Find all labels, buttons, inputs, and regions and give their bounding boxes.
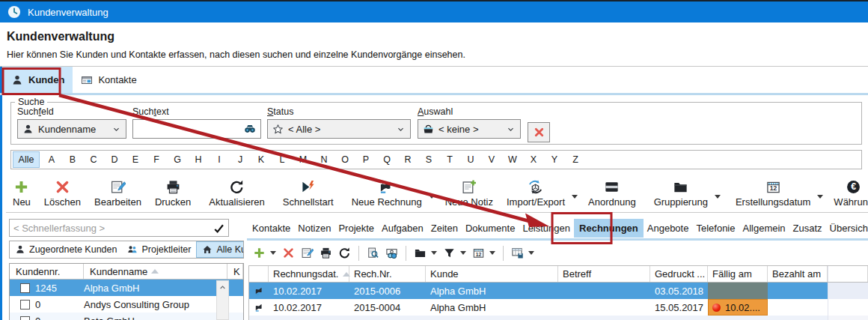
column-header-kundennr[interactable]: Kundennr. xyxy=(10,264,84,279)
customer-row[interactable]: 0Beta GmbH xyxy=(10,313,243,320)
detail-tab-notizen[interactable]: Notizen xyxy=(294,219,334,238)
new-button[interactable] xyxy=(253,247,266,259)
detail-tab-rechnungen[interactable]: Rechnungen xyxy=(574,219,644,238)
column-header-kunde[interactable]: Kunde xyxy=(426,266,558,282)
new-button[interactable]: Neu xyxy=(6,175,37,212)
scroll-up-button[interactable] xyxy=(217,281,228,293)
alpha-filter-f[interactable]: F xyxy=(146,152,167,167)
alpha-filter-c[interactable]: C xyxy=(83,152,104,167)
column-header-fällig-am[interactable]: Fällig am xyxy=(708,266,768,282)
customer-list-tab-projektleiter[interactable]: Projektleiter xyxy=(122,241,196,258)
detail-tab-leistungen[interactable]: Leistungen xyxy=(519,219,574,238)
grouping-button[interactable]: Gruppierung xyxy=(647,175,715,212)
detail-tab-aufgaben[interactable]: Aufgaben xyxy=(378,219,427,238)
creation-date-button[interactable]: 12Erstellungsdatum xyxy=(729,175,817,212)
column-header-bezahlt-am[interactable]: Bezahlt am xyxy=(768,266,828,282)
customer-row[interactable]: 1245Alpha GmbH xyxy=(10,280,243,296)
alpha-filter-z[interactable]: Z xyxy=(565,152,586,167)
dropdown-caret-icon[interactable] xyxy=(715,195,721,199)
detail-tab-kontakte[interactable]: Kontakte xyxy=(248,219,294,238)
delete-button[interactable]: Löschen xyxy=(37,175,88,212)
edit-button[interactable] xyxy=(301,247,314,259)
dropdown-caret-icon[interactable] xyxy=(460,251,466,255)
refresh-button[interactable]: Aktualisieren xyxy=(202,175,271,212)
alpha-filter-t[interactable]: T xyxy=(439,152,460,167)
row-checkbox[interactable] xyxy=(20,300,30,310)
chevron-icon[interactable] xyxy=(396,124,406,134)
alpha-filter-g[interactable]: G xyxy=(167,152,188,167)
new-invoice-button[interactable]: Neue Rechnung xyxy=(345,175,429,212)
alpha-filter-k[interactable]: K xyxy=(251,152,272,167)
alpha-filter-i[interactable]: I xyxy=(209,152,230,167)
detail-tab-zusatz[interactable]: Zusatz xyxy=(789,219,826,238)
invoice-row[interactable]: 10.02.20172015-0005Alpha GmbH xyxy=(249,316,868,320)
alpha-filter-y[interactable]: Y xyxy=(544,152,565,167)
print-button[interactable] xyxy=(320,247,332,259)
detail-tab-projekte[interactable]: Projekte xyxy=(334,219,378,238)
date-filter-button[interactable]: 12 xyxy=(472,247,485,259)
detail-tab-übersicht[interactable]: Übersicht xyxy=(826,219,868,238)
alpha-filter-j[interactable]: J xyxy=(230,152,251,167)
alpha-filter-l[interactable]: L xyxy=(272,152,293,167)
alpha-filter-r[interactable]: R xyxy=(397,152,418,167)
dropdown-caret-icon[interactable] xyxy=(489,251,495,255)
alpha-filter-n[interactable]: N xyxy=(314,152,334,167)
main-tab-kunden[interactable]: Kunden xyxy=(3,67,73,93)
filter-button[interactable] xyxy=(443,247,456,259)
alpha-filter-o[interactable]: O xyxy=(334,152,355,167)
new-note-button[interactable]: Neue Notiz xyxy=(438,175,500,212)
row-checkbox[interactable] xyxy=(20,283,30,293)
confirm-check-icon[interactable] xyxy=(213,223,224,234)
main-tab-kontakte[interactable]: Kontakte xyxy=(73,67,144,93)
alpha-filter-h[interactable]: H xyxy=(188,152,209,167)
vertical-scrollbar[interactable] xyxy=(216,280,229,320)
alpha-filter-p[interactable]: P xyxy=(355,152,376,167)
column-header-gedruckt[interactable]: Gedruckt ... xyxy=(650,266,708,282)
preview-button[interactable] xyxy=(367,247,379,259)
quick-entry-field[interactable] xyxy=(9,219,229,237)
payments-button[interactable] xyxy=(385,247,398,259)
search-text-input[interactable] xyxy=(132,119,261,139)
dropdown-caret-icon[interactable] xyxy=(528,251,534,255)
clear-search-button[interactable] xyxy=(528,122,550,142)
edit-button[interactable]: Bearbeiten xyxy=(88,175,148,212)
delete-button[interactable] xyxy=(282,247,295,259)
print-button[interactable]: Drucken xyxy=(148,175,198,212)
chevron-icon[interactable] xyxy=(506,124,516,134)
detail-tab-allgemein[interactable]: Allgemein xyxy=(739,219,789,238)
detail-tab-dokumente[interactable]: Dokumente xyxy=(462,219,519,238)
currency-button[interactable]: €Währung xyxy=(827,175,868,212)
column-header-rech-nr[interactable]: Rech.Nr. xyxy=(349,266,426,282)
import-export-button[interactable]: Import/Export xyxy=(500,175,572,212)
search-text-input[interactable] xyxy=(138,120,239,138)
invoice-row[interactable]: 10.02.20172015-0004Alpha GmbH15.05.20171… xyxy=(249,299,868,316)
column-header-kundenname[interactable]: Kundenname xyxy=(84,264,227,279)
dropdown-caret-icon[interactable] xyxy=(429,195,435,199)
alpha-filter-alle[interactable]: Alle xyxy=(13,151,40,168)
dropdown-caret-icon[interactable] xyxy=(270,251,276,255)
alpha-filter-u[interactable]: U xyxy=(460,152,481,167)
alpha-filter-e[interactable]: E xyxy=(125,152,146,167)
alpha-filter-w[interactable]: W xyxy=(502,152,523,167)
dropdown-caret-icon[interactable] xyxy=(817,195,823,199)
column-header-k[interactable]: K xyxy=(227,264,243,279)
dropdown-caret-icon[interactable] xyxy=(431,251,437,255)
alpha-filter-m[interactable]: M xyxy=(293,152,314,167)
customer-row[interactable]: 0Andys Consulting Group xyxy=(10,296,243,313)
grid-export-button[interactable] xyxy=(511,247,524,259)
column-header-betreff[interactable]: Betreff xyxy=(558,266,650,282)
arrangement-button[interactable]: Anordnung xyxy=(581,175,643,212)
status-select[interactable]: < Alle > xyxy=(267,119,411,139)
dropdown-caret-icon[interactable] xyxy=(572,195,578,199)
quick-entry-input[interactable] xyxy=(13,223,213,234)
alpha-filter-s[interactable]: S xyxy=(418,152,439,167)
chevron-icon[interactable] xyxy=(111,124,121,134)
binoculars-icon[interactable] xyxy=(244,123,256,135)
detail-tab-zeiten[interactable]: Zeiten xyxy=(427,219,462,238)
column-header-rechnungsdat[interactable]: Rechnungsdat. xyxy=(269,266,349,282)
customer-list-tab-zugeordnete-kunden[interactable]: Zugeordnete Kunden xyxy=(10,241,122,258)
alpha-filter-x[interactable]: X xyxy=(523,152,544,167)
alpha-filter-q[interactable]: Q xyxy=(376,152,397,167)
refresh-button[interactable] xyxy=(338,247,351,259)
grouping-button[interactable] xyxy=(414,247,427,259)
